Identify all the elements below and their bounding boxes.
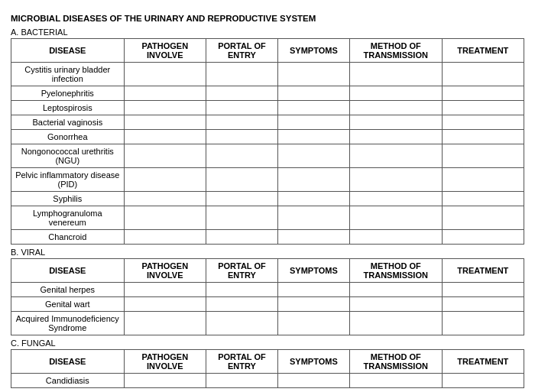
disease-cell-0-6: Pelvic inflammatory disease (PID): [11, 168, 125, 192]
table-row: Pelvic inflammatory disease (PID): [11, 168, 524, 192]
data-cell-1-0-5: [442, 283, 524, 297]
header-disease: DISEASE: [11, 350, 125, 374]
data-cell-0-5-2: [206, 144, 277, 168]
data-cell-0-3-3: [277, 115, 349, 130]
table-row: Bacterial vaginosis: [11, 115, 524, 130]
data-cell-1-2-4: [349, 312, 442, 335]
data-cell-0-8-5: [442, 206, 524, 230]
data-cell-0-6-5: [442, 168, 524, 192]
section-label-0: A. BACTERIAL: [11, 28, 524, 37]
header-treatment: TREATMENT: [442, 259, 524, 283]
header-treatment: TREATMENT: [442, 350, 524, 374]
table-row: Genital wart: [11, 297, 524, 312]
data-cell-0-9-3: [277, 230, 349, 245]
table-row: Cystitis urinary bladder infection: [11, 63, 524, 86]
table-row: Chancroid: [11, 230, 524, 245]
disease-cell-1-1: Genital wart: [11, 297, 125, 312]
header-treatment: TREATMENT: [442, 39, 524, 63]
data-cell-0-1-4: [349, 86, 442, 101]
disease-cell-0-4: Gonorrhea: [11, 130, 125, 144]
data-cell-0-4-2: [206, 130, 277, 144]
header-symptoms: SYMPTOMS: [277, 259, 349, 283]
data-cell-0-0-3: [277, 63, 349, 86]
header-pathogen: PATHOGENINVOLVE: [124, 350, 206, 374]
data-cell-0-1-2: [206, 86, 277, 101]
data-cell-0-9-5: [442, 230, 524, 245]
data-cell-0-5-1: [124, 144, 206, 168]
data-cell-1-1-3: [277, 297, 349, 312]
disease-cell-0-3: Bacterial vaginosis: [11, 115, 125, 130]
data-cell-0-5-3: [277, 144, 349, 168]
section-label-2: C. FUNGAL: [11, 339, 524, 348]
header-portal: PORTAL OFENTRY: [206, 259, 277, 283]
header-method: METHOD OFTRANSMISSION: [349, 350, 442, 374]
data-cell-0-7-5: [442, 192, 524, 206]
data-cell-0-2-1: [124, 101, 206, 115]
data-cell-0-2-2: [206, 101, 277, 115]
data-cell-0-8-3: [277, 206, 349, 230]
data-cell-0-2-3: [277, 101, 349, 115]
data-cell-0-4-4: [349, 130, 442, 144]
data-cell-0-3-4: [349, 115, 442, 130]
disease-cell-1-0: Genital herpes: [11, 283, 125, 297]
header-symptoms: SYMPTOMS: [277, 39, 349, 63]
data-cell-1-1-1: [124, 297, 206, 312]
data-cell-1-2-3: [277, 312, 349, 335]
data-cell-0-1-3: [277, 86, 349, 101]
table-row: Syphilis: [11, 192, 524, 206]
data-cell-0-3-5: [442, 115, 524, 130]
data-cell-1-2-5: [442, 312, 524, 335]
table-row: Acquired Immunodeficiency Syndrome: [11, 312, 524, 335]
header-disease: DISEASE: [11, 259, 125, 283]
data-cell-0-9-1: [124, 230, 206, 245]
table-row: Pyelonephritis: [11, 86, 524, 101]
table-row: Nongonococcal urethritis (NGU): [11, 144, 524, 168]
data-cell-0-3-1: [124, 115, 206, 130]
data-cell-1-0-3: [277, 283, 349, 297]
data-cell-0-8-2: [206, 206, 277, 230]
data-cell-0-5-5: [442, 144, 524, 168]
data-cell-1-0-2: [206, 283, 277, 297]
table-row: Candidiasis: [11, 374, 524, 388]
data-cell-0-2-4: [349, 101, 442, 115]
data-cell-0-7-1: [124, 192, 206, 206]
table-row: Genital herpes: [11, 283, 524, 297]
disease-cell-0-2: Leptospirosis: [11, 101, 125, 115]
data-cell-0-6-4: [349, 168, 442, 192]
data-cell-0-4-5: [442, 130, 524, 144]
data-cell-0-7-2: [206, 192, 277, 206]
data-cell-0-6-1: [124, 168, 206, 192]
data-cell-0-0-5: [442, 63, 524, 86]
header-pathogen: PATHOGENINVOLVE: [124, 39, 206, 63]
disease-cell-0-0: Cystitis urinary bladder infection: [11, 63, 125, 86]
disease-cell-0-5: Nongonococcal urethritis (NGU): [11, 144, 125, 168]
disease-cell-0-9: Chancroid: [11, 230, 125, 245]
data-cell-1-1-5: [442, 297, 524, 312]
disease-cell-1-2: Acquired Immunodeficiency Syndrome: [11, 312, 125, 335]
data-cell-0-2-5: [442, 101, 524, 115]
header-method: METHOD OFTRANSMISSION: [349, 39, 442, 63]
data-cell-0-1-1: [124, 86, 206, 101]
table-section-2: DISEASEPATHOGENINVOLVEPORTAL OFENTRYSYMP…: [11, 349, 524, 388]
data-cell-0-1-5: [442, 86, 524, 101]
data-cell-1-0-1: [124, 283, 206, 297]
table-row: Leptospirosis: [11, 101, 524, 115]
data-cell-1-1-2: [206, 297, 277, 312]
data-cell-1-2-1: [124, 312, 206, 335]
table-row: Gonorrhea: [11, 130, 524, 144]
header-portal: PORTAL OFENTRY: [206, 350, 277, 374]
data-cell-0-7-4: [349, 192, 442, 206]
data-cell-1-2-2: [206, 312, 277, 335]
data-cell-0-0-2: [206, 63, 277, 86]
disease-cell-0-8: Lymphogranuloma venereum: [11, 206, 125, 230]
header-method: METHOD OFTRANSMISSION: [349, 259, 442, 283]
data-cell-2-0-4: [349, 374, 442, 388]
header-portal: PORTAL OFENTRY: [206, 39, 277, 63]
table-section-1: DISEASEPATHOGENINVOLVEPORTAL OFENTRYSYMP…: [11, 258, 524, 335]
header-pathogen: PATHOGENINVOLVE: [124, 259, 206, 283]
data-cell-0-9-2: [206, 230, 277, 245]
data-cell-0-4-1: [124, 130, 206, 144]
page-title: MICROBIAL DISEASES OF THE URINARY AND RE…: [11, 14, 524, 23]
data-cell-0-0-4: [349, 63, 442, 86]
data-cell-0-5-4: [349, 144, 442, 168]
